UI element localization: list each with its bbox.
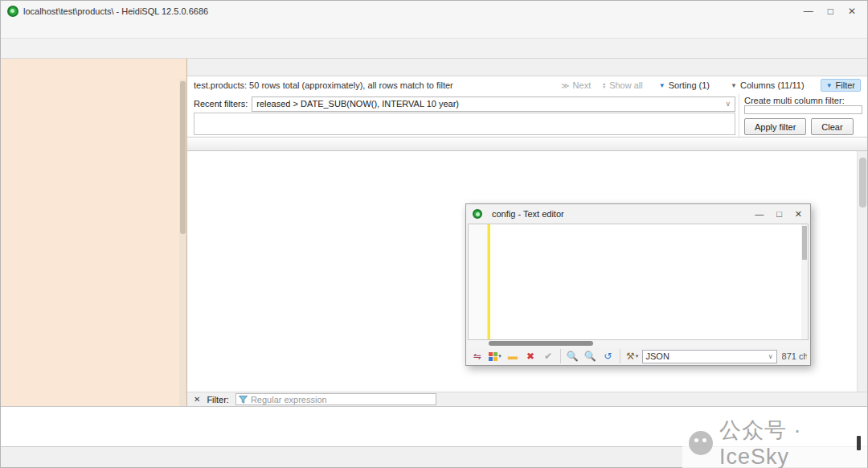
format-select[interactable]: JSON∨ (642, 350, 777, 363)
toolbar (1, 38, 867, 59)
close-filter-icon[interactable]: ✕ (194, 395, 200, 404)
filter-zone: test.products: 50 rows total (approximat… (187, 76, 867, 138)
dialog-title-bar[interactable]: config - Text editor — □ ✕ (466, 204, 810, 224)
maximize-button[interactable]: □ (828, 6, 833, 17)
wrap-lines-icon[interactable]: ⇋ (469, 348, 485, 364)
editor-status-text: 871 characters (max -1), (782, 351, 807, 361)
apply-filter-button[interactable]: Apply filter (744, 118, 806, 135)
title-bar: localhost\test\products\ - HeidiSQL 12.5… (1, 1, 867, 22)
wechat-icon (689, 431, 713, 455)
text-editor-dialog: config - Text editor — □ ✕ ⇋ ▾ ▬ ✖ ✔ 🔍 🔍… (465, 203, 811, 366)
sorting-dropdown-icon: ▼ (659, 82, 665, 89)
dialog-close-button[interactable]: ✕ (795, 209, 802, 220)
json-code-area[interactable] (490, 224, 808, 339)
sidebar-scrollbar[interactable] (179, 80, 186, 406)
dialog-minimize-button[interactable]: — (755, 209, 764, 220)
zoom-reset-icon[interactable]: ↺ (600, 348, 616, 364)
recent-filters-label: Recent filters: (194, 99, 248, 109)
sidebar-filter-tabs (1, 59, 186, 78)
heidisql-window: localhost\test\products\ - HeidiSQL 12.5… (0, 0, 868, 468)
editor-toolbar: ⇋ ▾ ▬ ✖ ✔ 🔍 🔍 ↺ ⚒▾ JSON∨ 871 characters … (466, 347, 810, 365)
create-filter-label: Create multi column filter: (744, 96, 862, 105)
main-tab-bar (187, 59, 867, 76)
minimize-button[interactable]: — (804, 6, 813, 17)
next-button[interactable]: ≫Next (561, 80, 591, 90)
open-with-icon[interactable]: ▾ (487, 348, 503, 364)
dialog-maximize-button[interactable]: □ (776, 209, 782, 220)
grid-filter-bar: ✕ Filter: Regular expression (187, 392, 867, 406)
line-numbers (469, 224, 488, 339)
app-icon (473, 209, 482, 219)
database-tree (1, 78, 186, 406)
window-title: localhost\test\products\ - HeidiSQL 12.5… (23, 6, 208, 16)
columns-dropdown-icon: ▼ (731, 82, 737, 89)
close-button[interactable]: ✕ (848, 6, 856, 17)
cancel-icon[interactable]: ✖ (522, 348, 538, 364)
clear-filter-button[interactable]: Clear (811, 118, 853, 135)
filter-button[interactable]: ▼Filter (821, 79, 861, 92)
zoom-in-icon[interactable]: 🔍 (564, 348, 580, 364)
wrench-icon[interactable]: ⚒▾ (624, 348, 641, 364)
columns-button[interactable]: ▼Columns (11/11) (726, 80, 809, 91)
zoom-out-icon[interactable]: 🔍 (582, 348, 598, 364)
filter-dropdown-icon: ▼ (826, 82, 833, 89)
dialog-title: config - Text editor (492, 209, 564, 219)
grid-scrollbar[interactable] (857, 151, 867, 392)
grid-filter-label: Filter: (207, 395, 229, 404)
rows-summary: test.products: 50 rows total (approximat… (194, 80, 453, 90)
watermark: 公众号 · IceSky (682, 414, 867, 468)
app-icon (7, 6, 18, 17)
next-icon: ≫ (561, 81, 569, 90)
sorting-button[interactable]: ▼Sorting (1) (654, 80, 714, 91)
load-file-icon[interactable]: ▬ (505, 348, 521, 364)
database-sidebar (1, 59, 187, 406)
editor-hscrollbar[interactable] (468, 340, 809, 347)
multi-column-filter-input[interactable] (744, 105, 862, 114)
menu-bar (1, 22, 867, 38)
funnel-icon (239, 396, 248, 404)
grid-header (187, 138, 867, 151)
show-all-button[interactable]: ▲▼Show all (602, 80, 643, 90)
recent-filters-select[interactable]: released > DATE_SUB(NOW(), INTERVAL 10 y… (252, 96, 735, 112)
filter-sql-editor[interactable] (194, 113, 735, 135)
grid-filter-input[interactable]: Regular expression (235, 393, 436, 405)
editor-scrollbar[interactable] (801, 224, 808, 339)
chevron-down-icon: ∨ (725, 100, 731, 108)
apply-icon[interactable]: ✔ (540, 348, 556, 364)
show-all-icon: ▲▼ (602, 82, 606, 88)
